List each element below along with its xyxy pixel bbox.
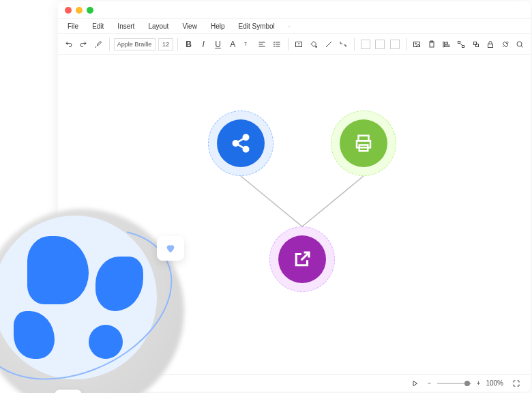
print-node[interactable] [331,111,396,176]
svg-point-16 [415,43,417,44]
menu-view[interactable]: View [175,23,204,30]
share-node[interactable] [208,111,274,176]
zoom-out-button[interactable]: − [428,379,432,387]
format-painter-button[interactable] [91,37,105,52]
shadow-swatch[interactable] [388,37,402,52]
menu-insert[interactable]: Insert [110,23,141,30]
font-selector[interactable]: Apple Braille [114,38,156,50]
zoom-in-button[interactable]: + [477,379,481,387]
connector-button[interactable] [336,37,350,52]
zoom-slider[interactable] [437,383,471,384]
svg-point-11 [274,46,274,46]
external-link-icon [292,249,312,270]
font-color-button[interactable]: A [226,37,239,52]
svg-point-1 [289,26,290,27]
svg-line-36 [238,145,244,148]
svg-point-9 [274,42,274,42]
undo-button[interactable] [62,37,76,52]
fill-swatch[interactable] [359,37,372,52]
svg-marker-40 [413,381,417,385]
heart-badge [157,236,184,261]
svg-point-32 [243,135,249,141]
bold-button[interactable]: B [182,37,196,52]
titlebar [58,1,531,19]
menu-help[interactable]: Help [204,23,232,30]
printer-icon [353,133,374,154]
italic-button[interactable]: I [196,37,210,52]
toolbar-divider [354,38,355,50]
heart-icon [165,243,176,254]
svg-rect-23 [462,45,464,47]
minimize-window-button[interactable] [76,7,83,14]
toolbar-divider [109,38,110,50]
svg-point-34 [243,147,249,152]
zoom-level[interactable]: 100% [486,379,503,387]
svg-text:T: T [244,42,248,46]
svg-point-28 [517,42,522,46]
fill-color-button[interactable] [307,37,321,52]
svg-line-24 [460,43,462,45]
stroke-swatch[interactable] [373,37,387,52]
redo-button[interactable] [77,37,91,52]
svg-point-10 [274,44,274,44]
menu-extra-icon[interactable] [282,19,297,34]
export-node[interactable] [269,227,335,292]
globe-illustration [0,209,184,393]
line-button[interactable] [322,37,336,52]
share-icon [231,133,251,154]
menu-layout[interactable]: Layout [141,23,175,30]
svg-rect-22 [458,41,460,43]
tools-button[interactable] [499,37,512,52]
toolbar: Apple Braille 12 B I U A T T [58,34,531,55]
align-button[interactable] [256,37,269,52]
svg-rect-20 [445,42,448,44]
toolbar-divider [288,38,289,50]
svg-line-30 [241,176,302,227]
svg-line-29 [521,46,523,48]
presentation-button[interactable] [407,376,422,391]
svg-rect-21 [445,45,449,47]
text-box-button[interactable]: T [293,37,306,52]
menu-edit[interactable]: Edit [85,23,110,30]
font-size-selector[interactable]: 12 [158,38,173,50]
svg-point-0 [289,26,289,27]
distribute-button[interactable] [454,37,468,52]
search-button[interactable] [514,37,527,52]
image-button[interactable] [410,37,424,52]
fullscreen-button[interactable] [509,376,524,391]
svg-line-31 [302,176,364,227]
user-badge [55,390,82,393]
svg-point-33 [233,141,239,146]
svg-line-35 [238,139,244,142]
maximize-window-button[interactable] [87,7,93,14]
window-controls [65,7,93,14]
group-button[interactable] [469,37,483,52]
text-size-button[interactable]: T [241,37,254,52]
svg-rect-27 [488,44,493,47]
lock-button[interactable] [484,37,497,52]
close-window-button[interactable] [65,7,72,14]
menubar: File Edit Insert Layout View Help Edit S… [58,19,531,34]
clipboard-button[interactable] [425,37,439,52]
svg-text:T: T [298,42,300,46]
align-objects-button[interactable] [440,37,454,52]
toolbar-divider [177,38,178,50]
underline-button[interactable]: U [211,37,225,52]
menu-edit-symbol[interactable]: Edit Symbol [231,23,281,30]
svg-point-14 [316,46,317,47]
list-button[interactable] [270,37,284,52]
toolbar-divider [406,38,407,50]
menu-file[interactable]: File [61,23,85,30]
